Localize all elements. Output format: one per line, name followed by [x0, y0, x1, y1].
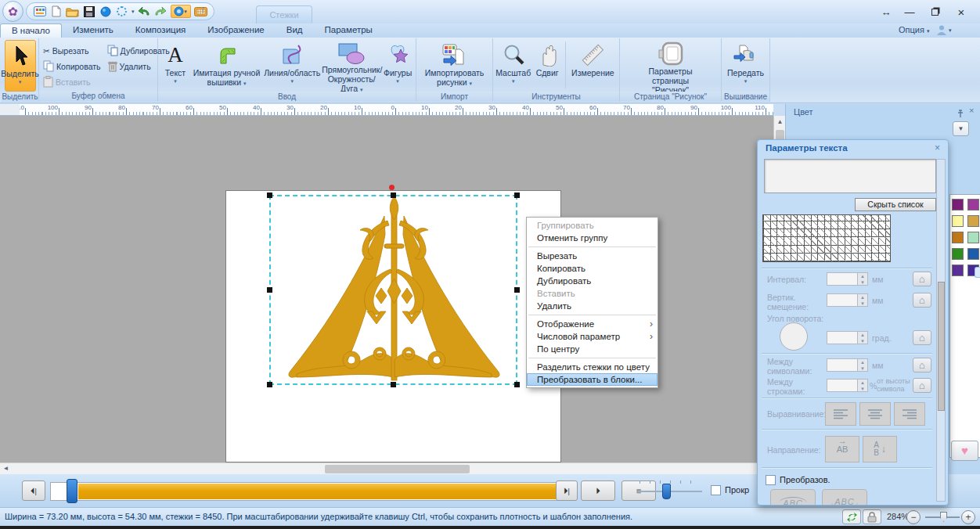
- color-swatch[interactable]: [952, 215, 964, 227]
- angle-input[interactable]: [827, 331, 858, 344]
- menu-item[interactable]: Отменить группу: [527, 232, 658, 244]
- menu-item[interactable]: Дублировать: [527, 275, 658, 287]
- hide-list-button[interactable]: Скрыть список: [855, 198, 936, 211]
- interval-default-button[interactable]: ⌂: [913, 272, 931, 286]
- measure-button[interactable]: Измерение: [568, 40, 618, 92]
- stitch-dropdown-caret-icon[interactable]: ▾: [132, 9, 135, 15]
- color-swatch[interactable]: [952, 248, 964, 260]
- design-manager-icon[interactable]: [33, 5, 46, 18]
- color-swatch[interactable]: [952, 232, 964, 243]
- menu-item[interactable]: Вырезать: [527, 250, 658, 262]
- menu-item[interactable]: Удалить: [527, 300, 658, 312]
- color-swatch[interactable]: [967, 248, 979, 260]
- color-swatch[interactable]: [967, 199, 979, 211]
- char-spacing-default-button[interactable]: ⌂: [913, 358, 931, 372]
- menu-item[interactable]: Копировать: [527, 262, 658, 275]
- tab-home[interactable]: В начало: [0, 23, 62, 38]
- angle-spinner[interactable]: ▲▼: [858, 331, 868, 344]
- tab-options[interactable]: Параметры: [314, 23, 384, 38]
- interval-input[interactable]: [827, 272, 858, 286]
- user-dropdown-caret-icon[interactable]: ▾: [949, 27, 952, 34]
- undo-icon[interactable]: [138, 5, 151, 18]
- stitch-progress-track[interactable]: [50, 482, 560, 501]
- contextual-tab-stitches[interactable]: Стежки: [256, 5, 312, 23]
- qat-overflow-icon[interactable]: ⁞: [202, 6, 204, 14]
- copy-button[interactable]: Копировать: [41, 59, 103, 74]
- redo-icon[interactable]: [154, 5, 168, 18]
- tab-image[interactable]: Изображение: [196, 23, 275, 38]
- keyboard-icon[interactable]: [194, 5, 207, 18]
- stitch-mode-dropdown[interactable]: ▾: [171, 5, 191, 18]
- scroll-checkbox[interactable]: [711, 485, 721, 495]
- color-swatch[interactable]: [967, 232, 979, 243]
- selection-handle-n[interactable]: [391, 193, 396, 198]
- selection-handle-s[interactable]: [391, 382, 396, 387]
- tab-edit[interactable]: Изменить: [62, 23, 124, 38]
- close-button[interactable]: ×: [950, 5, 972, 20]
- angle-default-button[interactable]: ⌂: [913, 330, 931, 345]
- stitch-position-handle[interactable]: [67, 479, 77, 503]
- palette-dropdown[interactable]: ▼: [953, 121, 969, 136]
- menu-item[interactable]: Числовой параметр›: [527, 330, 658, 343]
- selection-handle-se[interactable]: [514, 382, 520, 387]
- char-spacing-input[interactable]: [827, 358, 858, 372]
- hand-stitch-imitation-button[interactable]: Имитация ручной вышивки ▾: [191, 40, 262, 92]
- new-document-icon[interactable]: [49, 5, 63, 18]
- favorite-colors-button[interactable]: ♥: [951, 441, 978, 461]
- direction-vertical-button[interactable]: AB↓: [863, 436, 897, 462]
- text-entry-box[interactable]: [764, 159, 936, 193]
- voffset-spinner[interactable]: ▲▼: [858, 293, 868, 307]
- color-swatch[interactable]: [952, 199, 964, 211]
- zoom-out-button[interactable]: −: [906, 510, 921, 524]
- menu-item[interactable]: Разделить стежки по цвету: [527, 361, 658, 373]
- zoom-slider-handle[interactable]: [940, 512, 947, 522]
- menu-item[interactable]: По центру: [527, 343, 658, 355]
- angle-dial[interactable]: [780, 322, 808, 351]
- speed-slider-handle[interactable]: [662, 484, 671, 499]
- shapes-button[interactable]: Фигуры ▾: [381, 40, 414, 92]
- page-settings-button[interactable]: Параметры страницы "Рисунок": [632, 40, 710, 92]
- send-button[interactable]: Передать ▾: [724, 40, 768, 92]
- pin-icon[interactable]: [957, 107, 964, 121]
- panel-scrollbar[interactable]: [936, 159, 946, 502]
- line-spacing-input[interactable]: [827, 379, 858, 392]
- panel-edge-grip[interactable]: [975, 267, 980, 278]
- lock-button[interactable]: [863, 509, 881, 524]
- go-to-end-button[interactable]: ⏵|: [556, 480, 578, 501]
- line-spacing-default-button[interactable]: ⌂: [913, 378, 931, 393]
- redraw-icon[interactable]: [99, 5, 112, 18]
- scroll-left-icon[interactable]: ◄: [0, 463, 12, 474]
- selection-handle-nw[interactable]: [267, 193, 272, 198]
- text-button[interactable]: A Текст ▾: [160, 40, 191, 92]
- selection-handle-w[interactable]: [267, 287, 272, 293]
- line-spacing-spinner[interactable]: ▲▼: [858, 379, 868, 392]
- voffset-input[interactable]: [827, 293, 858, 307]
- user-account-icon[interactable]: [936, 24, 947, 38]
- text-panel-close-icon[interactable]: ×: [935, 142, 940, 153]
- horizontal-scroll-thumb[interactable]: [325, 465, 470, 473]
- direction-horizontal-button[interactable]: →AB: [825, 436, 859, 462]
- select-button[interactable]: Выделить ▾: [5, 40, 36, 92]
- tab-view[interactable]: Вид: [276, 23, 314, 38]
- character-grid[interactable]: [762, 214, 891, 262]
- go-to-start-button[interactable]: ⏴|: [22, 480, 45, 501]
- selection-handle-e[interactable]: [514, 287, 520, 293]
- minimize-button[interactable]: —: [899, 5, 921, 20]
- color-panel-close-icon[interactable]: ×: [969, 106, 974, 115]
- transform-checkbox[interactable]: [766, 475, 776, 485]
- horizontal-scrollbar[interactable]: ◄ ►: [0, 462, 773, 474]
- scroll-up-icon[interactable]: ▲: [774, 116, 786, 128]
- char-spacing-spinner[interactable]: ▲▼: [858, 358, 868, 372]
- app-logo-flower-icon[interactable]: ✿: [2, 1, 23, 22]
- align-left-button[interactable]: [825, 402, 856, 426]
- menu-item[interactable]: Преобразовать в блоки...: [527, 373, 658, 386]
- selection-box[interactable]: [269, 195, 517, 385]
- align-right-button[interactable]: [894, 402, 925, 426]
- panel-scroll-thumb[interactable]: [938, 282, 945, 411]
- stitch-simulation-icon[interactable]: [115, 5, 128, 18]
- align-center-button[interactable]: [859, 402, 891, 426]
- voffset-default-button[interactable]: ⌂: [913, 293, 931, 308]
- play-button[interactable]: ⏵: [581, 480, 615, 501]
- rotation-origin-dot[interactable]: [389, 185, 395, 190]
- refresh-button[interactable]: [842, 509, 861, 524]
